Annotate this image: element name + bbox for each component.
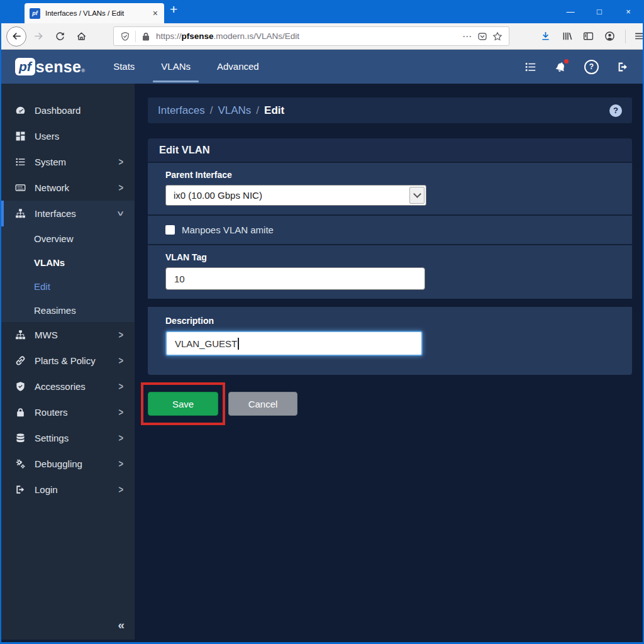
new-tab-button[interactable]: +	[170, 2, 177, 17]
sidebar-item-login[interactable]: Login >	[1, 477, 135, 502]
sidebar-subitem-edit[interactable]: Edit	[1, 274, 135, 298]
home-button[interactable]	[72, 27, 91, 46]
sidebar-subitem-overview[interactable]: Overview	[1, 226, 135, 250]
hamburger-menu-icon	[634, 31, 644, 42]
account-button[interactable]	[600, 27, 619, 46]
description-input[interactable]: VLAN_GUEST	[165, 331, 423, 356]
chevron-right-icon: >	[118, 458, 123, 470]
sidebar-item-label: Debuggling	[35, 458, 82, 469]
pocket-icon[interactable]	[477, 31, 487, 42]
urlbar-divider	[135, 31, 136, 42]
select-dropdown-button[interactable]	[409, 187, 425, 204]
page-help-button[interactable]: ?	[609, 104, 622, 117]
navbar-icons: ?	[524, 50, 629, 84]
breadcrumb-interfaces-link[interactable]: Interfaces	[158, 104, 205, 117]
lock-icon	[141, 31, 151, 42]
reload-button[interactable]	[50, 27, 69, 46]
downloads-button[interactable]	[536, 27, 555, 46]
navbar-links: Stats VLANs Advanced	[100, 50, 272, 84]
navbar-item-vlans[interactable]: VLANs	[148, 50, 204, 84]
window-close-button[interactable]: ×	[614, 0, 643, 23]
sidebar-toggle-button[interactable]	[579, 27, 597, 46]
vlan-checkbox[interactable]	[165, 225, 175, 235]
sidebar-subitem-reasimes[interactable]: Reasimes	[1, 298, 135, 322]
sidebar-item-mws[interactable]: MWS >	[1, 322, 135, 348]
save-button[interactable]: Save	[148, 392, 218, 416]
text-cursor	[238, 338, 239, 350]
back-button[interactable]	[6, 26, 26, 47]
forward-button[interactable]	[29, 27, 48, 46]
notifications-button[interactable]	[554, 60, 567, 73]
window-maximize-button[interactable]: □	[585, 0, 614, 23]
shield-icon	[15, 381, 26, 392]
sidebar-item-users[interactable]: Users	[1, 123, 135, 149]
parent-interface-select[interactable]: ix0 (10.00 Gbps NIC)	[165, 185, 426, 206]
chevron-right-icon: >	[118, 406, 123, 418]
sidebar-item-label: MWS	[35, 330, 58, 340]
status-list-button[interactable]	[524, 60, 536, 73]
download-icon	[540, 31, 551, 42]
toolbar-separator	[625, 30, 626, 43]
vlan-tag-input[interactable]: 10	[165, 267, 425, 290]
sidebar-item-interfaces[interactable]: Interfaces >	[1, 201, 135, 226]
sidebar-toggle-icon	[583, 31, 594, 42]
browser-window: pf Interfaces / VLANs / Edit × + — □ × h…	[0, 0, 644, 644]
parent-interface-row: Parent Interface ix0 (10.00 Gbps NIC)	[148, 162, 632, 214]
page-actions-icon[interactable]: ⋯	[462, 31, 472, 42]
pfsense-logo[interactable]: pfsense®	[15, 58, 85, 76]
chevron-right-icon: >	[118, 355, 123, 367]
breadcrumb-vlans-link[interactable]: VLANs	[218, 104, 251, 117]
browser-tab[interactable]: pf Interfaces / VLANs / Edit ×	[25, 3, 164, 23]
sidebar-item-accessories[interactable]: Accessories >	[1, 374, 135, 399]
library-icon	[562, 31, 572, 42]
vlan-checkbox-row: Manpoes VLAN amite	[148, 214, 632, 244]
sidebar-item-system[interactable]: System >	[1, 149, 135, 175]
sidebar-item-routers[interactable]: Routers >	[1, 399, 135, 425]
sidebar-item-plarts-policy[interactable]: Plarts & Policy >	[1, 348, 135, 374]
home-icon	[76, 31, 87, 42]
main-content: Interfaces / VLANs / Edit ? Edit VLAN Pa…	[135, 84, 643, 640]
sidebar-item-label: Login	[35, 484, 58, 495]
url-text[interactable]: https://pfsense.modern.ıs/VLANs/Edit	[156, 31, 457, 41]
logo-registered-mark: ®	[81, 68, 85, 74]
sidebar-item-settings[interactable]: Settings >	[1, 425, 135, 451]
vlan-tag-label: VLAN Tag	[165, 252, 614, 263]
cancel-button[interactable]: Cancel	[228, 392, 297, 416]
gears-icon	[15, 458, 26, 469]
sidebar-collapse-button[interactable]: «	[118, 618, 125, 632]
url-scheme: https://	[156, 31, 182, 41]
help-button[interactable]: ?	[584, 60, 599, 74]
chevron-right-icon: >	[118, 484, 123, 496]
logout-button[interactable]	[616, 60, 629, 73]
url-path: .modern.ıs/VLANs/Edit	[214, 31, 300, 41]
panel-section-gap	[148, 299, 632, 307]
sidebar-subitem-vlans[interactable]: VLANs	[1, 250, 135, 274]
sidebar-item-debuggling[interactable]: Debuggling >	[1, 451, 135, 477]
tracking-shield-icon[interactable]	[120, 31, 130, 42]
breadcrumb-current-page: Edit	[264, 104, 284, 117]
logo-sense-text: sense	[36, 58, 81, 76]
grid-icon	[15, 131, 26, 142]
chevron-down-icon: >	[115, 211, 127, 216]
tab-close-icon[interactable]: ×	[152, 8, 159, 18]
sidebar-item-label: System	[35, 157, 66, 167]
bookmark-star-icon[interactable]	[492, 31, 502, 42]
notification-dot	[564, 59, 569, 64]
sidebar-subitem-label: Reasimes	[34, 305, 76, 316]
sidebar-item-network[interactable]: Network >	[1, 175, 135, 201]
chevron-right-icon: >	[118, 182, 123, 194]
navbar-item-stats[interactable]: Stats	[100, 50, 148, 84]
list-icon	[15, 157, 26, 167]
sidebar-item-dashboard[interactable]: Dashboard	[1, 97, 135, 123]
vlan-tag-row: VLAN Tag 10	[148, 244, 632, 299]
parent-interface-value: ix0 (10.00 Gbps NIC)	[166, 190, 409, 201]
navbar-item-advanced[interactable]: Advanced	[204, 50, 272, 84]
form-actions: Save Cancel	[148, 382, 643, 433]
menu-button[interactable]	[630, 27, 644, 46]
pfsense-favicon: pf	[30, 8, 40, 19]
database-icon	[15, 433, 26, 443]
library-button[interactable]	[557, 27, 576, 46]
sidebar: Dashboard Users System > Network > Inter…	[1, 84, 135, 640]
window-minimize-button[interactable]: —	[556, 0, 585, 23]
url-bar[interactable]: https://pfsense.modern.ıs/VLANs/Edit ⋯	[113, 26, 509, 46]
